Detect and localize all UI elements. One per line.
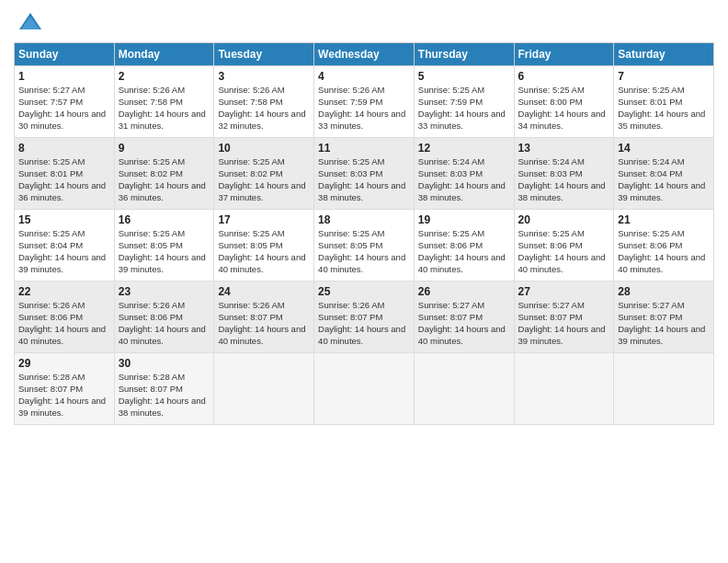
day-info: Sunrise: 5:26 AMSunset: 8:07 PMDaylight:… [318, 300, 405, 345]
header [14, 9, 714, 35]
day-number: 23 [119, 284, 210, 299]
day-info: Sunrise: 5:25 AMSunset: 8:01 PMDaylight:… [18, 156, 106, 201]
day-number: 2 [119, 69, 210, 84]
day-info: Sunrise: 5:25 AMSunset: 8:02 PMDaylight:… [119, 156, 206, 201]
day-info: Sunrise: 5:25 AMSunset: 8:00 PMDaylight:… [518, 85, 606, 130]
day-info: Sunrise: 5:25 AMSunset: 8:05 PMDaylight:… [119, 228, 206, 273]
day-number: 18 [318, 213, 410, 227]
day-info: Sunrise: 5:27 AMSunset: 8:07 PMDaylight:… [618, 300, 705, 345]
day-number: 9 [119, 141, 210, 155]
day-number: 21 [618, 213, 710, 227]
day-cell [614, 353, 714, 425]
day-info: Sunrise: 5:26 AMSunset: 7:59 PMDaylight:… [318, 85, 405, 130]
day-info: Sunrise: 5:26 AMSunset: 7:58 PMDaylight:… [119, 85, 206, 130]
day-info: Sunrise: 5:26 AMSunset: 8:07 PMDaylight:… [218, 300, 305, 345]
day-cell: 17Sunrise: 5:25 AMSunset: 8:05 PMDayligh… [214, 210, 314, 282]
week-row-2: 8Sunrise: 5:25 AMSunset: 8:01 PMDaylight… [15, 138, 714, 210]
day-cell: 9Sunrise: 5:25 AMSunset: 8:02 PMDaylight… [114, 138, 214, 210]
day-info: Sunrise: 5:25 AMSunset: 8:01 PMDaylight:… [618, 85, 705, 130]
day-number: 14 [618, 141, 710, 155]
day-cell: 19Sunrise: 5:25 AMSunset: 8:06 PMDayligh… [414, 210, 514, 282]
day-cell: 4Sunrise: 5:26 AMSunset: 7:59 PMDaylight… [314, 66, 415, 138]
day-cell: 5Sunrise: 5:25 AMSunset: 7:59 PMDaylight… [414, 66, 514, 138]
day-cell [314, 353, 415, 425]
day-info: Sunrise: 5:24 AMSunset: 8:04 PMDaylight:… [618, 156, 705, 201]
day-info: Sunrise: 5:25 AMSunset: 8:04 PMDaylight:… [18, 228, 106, 273]
day-cell: 12Sunrise: 5:24 AMSunset: 8:03 PMDayligh… [414, 138, 514, 210]
logo [14, 9, 43, 35]
day-header-friday: Friday [514, 43, 614, 66]
day-cell: 28Sunrise: 5:27 AMSunset: 8:07 PMDayligh… [614, 282, 714, 353]
day-header-sunday: Sunday [15, 43, 115, 66]
day-number: 30 [119, 356, 210, 371]
day-info: Sunrise: 5:28 AMSunset: 8:07 PMDaylight:… [119, 372, 206, 417]
day-number: 3 [218, 69, 310, 84]
day-number: 4 [318, 69, 410, 84]
week-row-4: 22Sunrise: 5:26 AMSunset: 8:06 PMDayligh… [15, 282, 714, 353]
logo-icon [17, 9, 43, 35]
header-row: SundayMondayTuesdayWednesdayThursdayFrid… [15, 43, 714, 66]
day-number: 13 [518, 141, 610, 155]
day-number: 17 [218, 213, 310, 227]
day-info: Sunrise: 5:25 AMSunset: 7:59 PMDaylight:… [418, 85, 506, 130]
day-number: 22 [18, 284, 110, 299]
day-header-thursday: Thursday [414, 43, 514, 66]
day-info: Sunrise: 5:25 AMSunset: 8:03 PMDaylight:… [318, 156, 405, 201]
day-cell: 8Sunrise: 5:25 AMSunset: 8:01 PMDaylight… [15, 138, 115, 210]
day-info: Sunrise: 5:26 AMSunset: 8:06 PMDaylight:… [18, 300, 106, 345]
day-number: 10 [218, 141, 310, 155]
day-info: Sunrise: 5:25 AMSunset: 8:05 PMDaylight:… [218, 228, 305, 273]
day-number: 11 [318, 141, 410, 155]
day-cell: 23Sunrise: 5:26 AMSunset: 8:06 PMDayligh… [114, 282, 214, 353]
day-cell: 13Sunrise: 5:24 AMSunset: 8:03 PMDayligh… [514, 138, 614, 210]
day-cell: 24Sunrise: 5:26 AMSunset: 8:07 PMDayligh… [214, 282, 314, 353]
day-number: 6 [518, 69, 610, 84]
week-row-5: 29Sunrise: 5:28 AMSunset: 8:07 PMDayligh… [15, 353, 714, 425]
day-number: 27 [518, 284, 610, 299]
day-cell: 7Sunrise: 5:25 AMSunset: 8:01 PMDaylight… [614, 66, 714, 138]
day-info: Sunrise: 5:27 AMSunset: 8:07 PMDaylight:… [518, 300, 606, 345]
day-cell: 22Sunrise: 5:26 AMSunset: 8:06 PMDayligh… [15, 282, 115, 353]
day-cell: 14Sunrise: 5:24 AMSunset: 8:04 PMDayligh… [614, 138, 714, 210]
day-cell: 1Sunrise: 5:27 AMSunset: 7:57 PMDaylight… [15, 66, 115, 138]
day-cell: 2Sunrise: 5:26 AMSunset: 7:58 PMDaylight… [114, 66, 214, 138]
day-number: 16 [119, 213, 210, 227]
day-cell: 3Sunrise: 5:26 AMSunset: 7:58 PMDaylight… [214, 66, 314, 138]
day-cell: 25Sunrise: 5:26 AMSunset: 8:07 PMDayligh… [314, 282, 415, 353]
day-cell: 29Sunrise: 5:28 AMSunset: 8:07 PMDayligh… [15, 353, 115, 425]
day-cell: 21Sunrise: 5:25 AMSunset: 8:06 PMDayligh… [614, 210, 714, 282]
day-number: 7 [618, 69, 710, 84]
day-info: Sunrise: 5:28 AMSunset: 8:07 PMDaylight:… [18, 372, 106, 417]
day-number: 28 [618, 284, 710, 299]
day-header-saturday: Saturday [614, 43, 714, 66]
day-header-monday: Monday [114, 43, 214, 66]
week-row-3: 15Sunrise: 5:25 AMSunset: 8:04 PMDayligh… [15, 210, 714, 282]
day-info: Sunrise: 5:27 AMSunset: 8:07 PMDaylight:… [418, 300, 506, 345]
calendar-table: SundayMondayTuesdayWednesdayThursdayFrid… [14, 42, 714, 425]
day-header-tuesday: Tuesday [214, 43, 314, 66]
day-cell: 18Sunrise: 5:25 AMSunset: 8:05 PMDayligh… [314, 210, 415, 282]
day-number: 19 [418, 213, 510, 227]
day-info: Sunrise: 5:25 AMSunset: 8:02 PMDaylight:… [218, 156, 305, 201]
day-cell: 10Sunrise: 5:25 AMSunset: 8:02 PMDayligh… [214, 138, 314, 210]
day-info: Sunrise: 5:25 AMSunset: 8:05 PMDaylight:… [318, 228, 405, 273]
day-cell: 27Sunrise: 5:27 AMSunset: 8:07 PMDayligh… [514, 282, 614, 353]
day-cell [214, 353, 314, 425]
day-info: Sunrise: 5:24 AMSunset: 8:03 PMDaylight:… [518, 156, 606, 201]
day-info: Sunrise: 5:24 AMSunset: 8:03 PMDaylight:… [418, 156, 506, 201]
day-number: 5 [418, 69, 510, 84]
day-number: 20 [518, 213, 610, 227]
day-number: 29 [18, 356, 110, 371]
day-cell: 6Sunrise: 5:25 AMSunset: 8:00 PMDaylight… [514, 66, 614, 138]
day-number: 24 [218, 284, 310, 299]
day-cell [514, 353, 614, 425]
day-info: Sunrise: 5:25 AMSunset: 8:06 PMDaylight:… [418, 228, 506, 273]
day-number: 12 [418, 141, 510, 155]
day-info: Sunrise: 5:25 AMSunset: 8:06 PMDaylight:… [618, 228, 705, 273]
page: SundayMondayTuesdayWednesdayThursdayFrid… [0, 0, 728, 563]
day-cell: 26Sunrise: 5:27 AMSunset: 8:07 PMDayligh… [414, 282, 514, 353]
day-header-wednesday: Wednesday [314, 43, 415, 66]
day-cell: 11Sunrise: 5:25 AMSunset: 8:03 PMDayligh… [314, 138, 415, 210]
day-info: Sunrise: 5:27 AMSunset: 7:57 PMDaylight:… [18, 85, 106, 130]
day-cell [414, 353, 514, 425]
